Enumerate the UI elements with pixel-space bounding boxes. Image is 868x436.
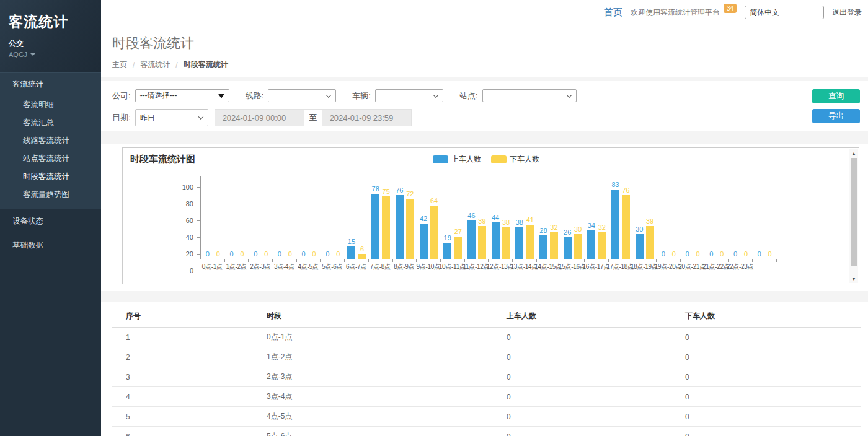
- x-axis-label: 11点-12点: [464, 263, 489, 271]
- y-axis-label: 60: [186, 217, 193, 224]
- chart-scrollbar[interactable]: ▲ ▼: [849, 149, 858, 283]
- language-select[interactable]: 简体中文: [745, 6, 824, 19]
- bar-value-label: 0: [720, 251, 724, 258]
- sidebar-item-passenger-flow-stats[interactable]: 客流统计: [0, 73, 101, 96]
- sidebar-item-station-flow-stats[interactable]: 站点客流统计: [0, 150, 101, 168]
- y-axis-tick: [197, 271, 200, 271]
- company-select[interactable]: ---请选择---: [135, 89, 229, 102]
- x-axis-label: 18点-19点: [632, 263, 656, 271]
- bar-value-label: 0: [216, 251, 220, 258]
- bar-group: 00: [728, 175, 753, 259]
- table-panel: 序号 时段 上车人数 下车人数 10点-1点0021点-2点0032点-3点00…: [101, 302, 868, 436]
- home-link[interactable]: 首页: [604, 7, 622, 19]
- sidebar-item-base-data[interactable]: 基础数据: [0, 233, 101, 258]
- cell-boarding: 0: [507, 407, 685, 427]
- breadcrumb-parent[interactable]: 客流统计: [140, 59, 170, 70]
- bar-value-label: 0: [278, 251, 281, 258]
- bar-value-label: 83: [611, 181, 619, 188]
- sidebar-item-device-status[interactable]: 设备状态: [0, 209, 101, 233]
- cell-period: 4点-5点: [267, 407, 507, 427]
- legend-item-alighting[interactable]: 下车人数: [491, 154, 539, 165]
- date-start-input[interactable]: 2024-01-09 00:00: [215, 109, 304, 126]
- x-axis-label: 14点-15点: [536, 263, 560, 271]
- breadcrumb-separator: /: [133, 61, 135, 69]
- period-stats-table: 序号 时段 上车人数 下车人数 10点-1点0021点-2点0032点-3点00…: [112, 305, 861, 436]
- table-row: 65点-6点00: [112, 427, 861, 436]
- x-axis-label: 0点-1点: [200, 263, 224, 271]
- bar: [430, 206, 438, 259]
- sidebar-group-passenger-flow-stats: 客流统计客流明细客流汇总线路客流统计站点客流统计时段客流统计客流量趋势图: [0, 72, 101, 209]
- bar-value-label: 78: [372, 186, 379, 193]
- bar-group: 4264: [417, 175, 441, 259]
- x-axis-label: 4点-5点: [296, 263, 321, 271]
- table-row: 10点-1点00: [112, 328, 861, 347]
- sidebar-menu: 客流统计客流明细客流汇总线路客流统计站点客流统计时段客流统计客流量趋势图设备状态…: [0, 72, 101, 258]
- bar-value-label: 0: [696, 251, 700, 258]
- breadcrumb-home[interactable]: 主页: [112, 59, 127, 70]
- bar-group: 00: [249, 175, 273, 259]
- bar-group: 3039: [632, 175, 657, 259]
- logout-link[interactable]: 退出登录: [832, 7, 862, 18]
- export-button[interactable]: 导出: [812, 109, 860, 123]
- bar-group: 00: [753, 175, 777, 259]
- x-axis-label: 20点-21点: [680, 263, 704, 271]
- table-row: 43点-4点00: [112, 387, 861, 407]
- station-select[interactable]: [482, 89, 577, 102]
- bar-value-label: 76: [396, 187, 403, 194]
- sidebar-item-period-flow-stats[interactable]: 时段客流统计: [0, 168, 101, 186]
- bar-value-label: 26: [564, 229, 571, 236]
- scrollbar-thumb[interactable]: [851, 158, 857, 266]
- bar-value-label: 15: [348, 238, 355, 245]
- bar-value-label: 30: [636, 226, 643, 233]
- x-axis-label: 22点-23点: [728, 263, 752, 271]
- sidebar-item-line-flow-stats[interactable]: 线路客流统计: [0, 132, 101, 150]
- sidebar-item-flow-summary[interactable]: 客流汇总: [0, 114, 101, 132]
- sidebar-item-flow-detail[interactable]: 客流明细: [0, 96, 101, 114]
- bar-value-label: 0: [229, 251, 233, 258]
- bar-group: 00: [657, 175, 681, 259]
- sidebar-item-flow-trend-chart[interactable]: 客流量趋势图: [0, 186, 101, 204]
- breadcrumb-separator: /: [175, 61, 177, 69]
- bar: [611, 190, 619, 259]
- bar: [550, 232, 558, 259]
- table-row: 54点-5点00: [112, 407, 861, 427]
- x-axis-label: 1点-2点: [224, 263, 249, 271]
- x-axis-label: 19点-20点: [656, 263, 680, 271]
- bar-value-label: 28: [539, 227, 547, 234]
- vehicle-select[interactable]: [375, 89, 443, 102]
- cell-alighting: 0: [685, 367, 861, 387]
- table-row: 21点-2点00: [112, 347, 861, 367]
- bar-group: 00: [201, 175, 225, 259]
- bar: [347, 246, 355, 259]
- cell-period: 3点-4点: [267, 387, 507, 407]
- bar: [420, 224, 428, 259]
- bar-group: 4438: [489, 175, 513, 259]
- org-code-dropdown[interactable]: AQGJ: [9, 51, 92, 58]
- welcome-text: 欢迎使用客流统计管理平台: [631, 7, 720, 18]
- date-end-input[interactable]: 2024-01-09 23:59: [322, 109, 412, 126]
- scrollbar-up-icon[interactable]: ▲: [849, 149, 858, 157]
- x-axis-label: 7点-8点: [368, 263, 392, 271]
- bar: [443, 243, 451, 259]
- date-preset-select[interactable]: 昨日: [135, 109, 208, 126]
- bar-group: 00: [297, 175, 321, 259]
- bar: [539, 235, 547, 259]
- cell-alighting: 0: [685, 347, 861, 367]
- legend-item-boarding[interactable]: 上车人数: [433, 154, 481, 165]
- line-select[interactable]: [268, 89, 336, 102]
- bar-value-label: 0: [336, 251, 340, 258]
- bar-group: 7875: [369, 175, 393, 259]
- scrollbar-down-icon[interactable]: ▼: [849, 274, 858, 283]
- bar: [526, 225, 534, 259]
- chart-plot: 0000000000001567875767242641927463944383…: [200, 176, 777, 259]
- org-code-label: AQGJ: [9, 51, 27, 58]
- y-axis-label: 100: [182, 184, 193, 191]
- cell-boarding: 0: [507, 367, 685, 387]
- cell-boarding: 0: [507, 347, 685, 367]
- bar-value-label: 38: [502, 219, 510, 226]
- app-logo: 客流统计: [9, 12, 92, 32]
- query-button[interactable]: 查询: [812, 89, 860, 103]
- bar-group: 156: [345, 175, 369, 259]
- bar-value-label: 32: [550, 224, 557, 231]
- date-preset-value: 昨日: [140, 113, 155, 123]
